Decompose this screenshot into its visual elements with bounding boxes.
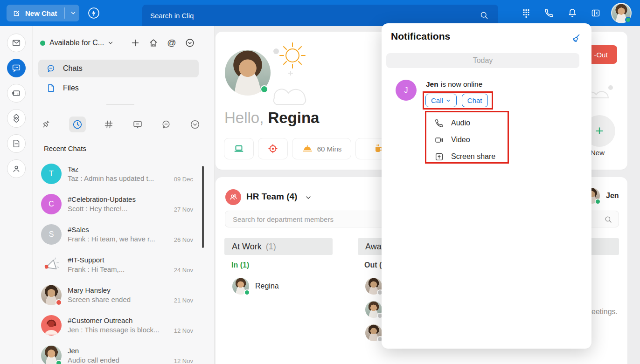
focus-mode-button[interactable]	[258, 138, 288, 159]
menu-item-audio[interactable]: Audio	[434, 115, 509, 131]
chat-avatar	[41, 345, 62, 364]
chat-row-taz[interactable]: T Taz Taz : Admin has updated t... 09 De…	[33, 158, 215, 189]
chat-name: Taz	[68, 165, 168, 173]
mail-icon	[11, 38, 21, 48]
user-avatar[interactable]	[611, 3, 632, 23]
chat-name: Jen	[68, 347, 168, 355]
audio-call-icon	[434, 118, 444, 128]
chat-row-sales[interactable]: S #Sales Frank : Hi team, we have r... 2…	[33, 219, 215, 249]
sidebar-item-chats[interactable]: Chats	[38, 60, 199, 77]
online-status-dot	[595, 199, 601, 205]
online-status-dot	[625, 17, 631, 23]
contacts-icon	[11, 164, 21, 174]
team-icon-badge	[225, 189, 241, 205]
recent-clock-icon	[72, 119, 83, 130]
member-row-away-2[interactable]	[365, 301, 382, 318]
clear-notifications-icon[interactable]	[570, 33, 581, 44]
rail-item-contacts[interactable]	[7, 159, 26, 178]
greeting-name: Regina	[268, 109, 319, 126]
menu-item-label: Screen share	[451, 152, 495, 161]
online-status-dot	[56, 360, 62, 364]
chevron-down-icon[interactable]	[107, 40, 114, 46]
lunch-break-button[interactable]: 60 Mins	[292, 138, 351, 159]
recent-filter-active[interactable]	[69, 117, 86, 132]
chat-texts: #IT-Support Frank : Hi Team,...	[68, 256, 168, 273]
rail-item-mail[interactable]	[7, 34, 26, 52]
at-work-label: At Work	[232, 242, 262, 252]
chat-row-celebration-updates[interactable]: C #Celebration-Updates Scott : Hey there…	[33, 189, 215, 219]
new-reminder-label: New	[591, 149, 605, 157]
call-label: Call	[431, 96, 443, 104]
call-button[interactable]: Call	[425, 94, 457, 107]
work-status-button[interactable]	[224, 138, 254, 159]
chat-preview: Jen : This message is block...	[68, 326, 168, 334]
chat-name: #Sales	[68, 226, 168, 234]
rail-item-chats[interactable]	[7, 59, 26, 77]
member-row-away-3[interactable]	[365, 324, 382, 341]
greeting-prefix: Hello,	[224, 109, 264, 126]
target-icon	[267, 143, 278, 154]
chat-preview: Scott : Hey there!...	[68, 205, 168, 213]
rail-item-tags[interactable]	[7, 109, 26, 128]
online-status-dot	[244, 289, 250, 295]
chat-preview: Screen share ended	[68, 295, 168, 303]
chevron-down-icon[interactable]	[67, 10, 79, 16]
calls-icon[interactable]	[544, 8, 554, 18]
new-chat-plus-icon[interactable]	[130, 38, 140, 48]
chat-row-customer-outreach[interactable]: #Customer Outreach Jen : This message is…	[33, 310, 215, 340]
member-row-regina[interactable]: Regina	[232, 278, 279, 295]
pin-icon[interactable]	[40, 119, 51, 130]
hr-team-title: HR Team (4)	[246, 192, 297, 202]
new-chat-label: New Chat	[25, 9, 57, 17]
chat-avatar: T	[41, 164, 62, 184]
member-avatar	[365, 301, 382, 318]
avatar-initial: C	[49, 200, 54, 208]
chat-row-mary-hansley[interactable]: Mary Hansley Screen share ended 21 Nov	[33, 280, 215, 310]
chat-avatar: S	[41, 224, 62, 245]
rail-item-wallet[interactable]	[7, 84, 26, 103]
circle-chevron-icon[interactable]	[185, 38, 195, 48]
search-icon[interactable]	[480, 11, 489, 20]
divider	[106, 104, 134, 105]
thread-bubble-icon[interactable]	[160, 119, 172, 130]
chat-preview: Taz : Admin has updated t...	[68, 174, 168, 182]
bot-comment-icon[interactable]	[132, 119, 143, 130]
chat-row-it-support[interactable]: #IT-Support Frank : Hi Team,... 24 Nov	[33, 249, 215, 280]
sidebar-item-files[interactable]: Files	[38, 79, 199, 97]
message-text: is now online	[441, 80, 483, 88]
new-chat-button[interactable]: New Chat	[7, 5, 79, 21]
chat-name: Mary Hansley	[68, 286, 168, 294]
collapse-panel-icon[interactable]	[591, 8, 601, 18]
support-agent-illustration	[41, 315, 62, 336]
home-icon[interactable]	[148, 38, 159, 48]
compose-icon	[13, 9, 21, 17]
top-bar: New Chat	[0, 0, 640, 26]
wallet-icon	[11, 88, 21, 98]
megaphone-icon	[41, 254, 62, 275]
member-row-away-1[interactable]	[365, 278, 382, 295]
quick-actions-button[interactable]	[87, 7, 100, 20]
channel-hash-icon[interactable]	[103, 119, 114, 130]
notifications-panel: Notifications Today J Jenis now online C…	[382, 23, 591, 349]
chat-list-scrollbar[interactable]	[202, 166, 204, 248]
recent-chats-list: T Taz Taz : Admin has updated t... 09 De…	[33, 158, 215, 364]
avatar-initial: S	[49, 230, 54, 239]
notifications-date-group: Today	[386, 53, 579, 68]
chevron-down-icon[interactable]	[305, 194, 312, 201]
chat-row-jen[interactable]: Jen Audio call ended 12 Nov	[33, 340, 215, 364]
menu-item-video[interactable]: Video	[434, 131, 509, 148]
food-cloche-icon	[302, 143, 313, 154]
sidebar-item-label: Chats	[63, 64, 83, 73]
chat-button[interactable]: Chat	[462, 94, 488, 107]
chat-avatar	[41, 285, 62, 305]
notifications-bell-icon[interactable]	[567, 8, 577, 18]
rail-item-documents[interactable]	[7, 134, 26, 153]
notification-actions: Call Chat	[425, 94, 488, 107]
circle-chevron-icon[interactable]	[189, 119, 201, 130]
apps-dialpad-icon[interactable]	[521, 8, 531, 18]
checked-in-label: In (1)	[231, 261, 249, 269]
profile-photo	[225, 50, 271, 96]
at-mention-icon[interactable]: @	[167, 38, 177, 48]
status-label[interactable]: Available for C...	[49, 39, 104, 47]
menu-item-screen-share[interactable]: Screen share	[434, 148, 509, 165]
